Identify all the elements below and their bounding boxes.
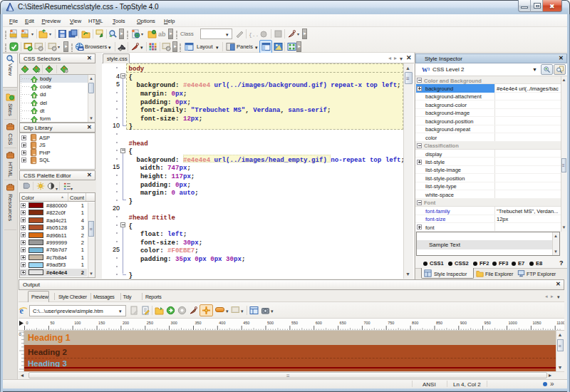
svg-text:W³: W³ (422, 66, 430, 73)
svg-text:50: 50 (50, 321, 54, 325)
svg-text:900: 900 (460, 321, 467, 325)
svg-text:0: 0 (26, 321, 28, 325)
svg-text:0: 0 (19, 332, 22, 336)
svg-text:700: 700 (363, 321, 370, 325)
svg-text:350: 350 (195, 321, 202, 325)
svg-text:300: 300 (171, 321, 177, 325)
svg-text:200: 200 (123, 321, 129, 325)
svg-text:400: 400 (219, 321, 225, 325)
svg-text:{..}: {..} (249, 31, 258, 38)
svg-text:1100: 1100 (556, 321, 564, 325)
svg-text:150: 150 (98, 321, 105, 325)
svg-text:1000: 1000 (509, 321, 517, 325)
svg-text:550: 550 (291, 321, 298, 325)
svg-text:100: 100 (74, 321, 81, 325)
svg-text:950: 950 (484, 321, 491, 325)
svg-text:450: 450 (243, 321, 249, 325)
svg-text:e: e (20, 306, 24, 315)
svg-text:650: 650 (340, 321, 346, 325)
svg-text:ab: ab (158, 31, 166, 38)
svg-text:850: 850 (436, 321, 442, 325)
svg-text:800: 800 (412, 321, 418, 325)
svg-text:500: 500 (267, 321, 274, 325)
svg-text:1050: 1050 (532, 321, 541, 325)
svg-text:750: 750 (388, 321, 394, 325)
svg-text:600: 600 (316, 321, 322, 325)
svg-text:250: 250 (147, 321, 153, 325)
